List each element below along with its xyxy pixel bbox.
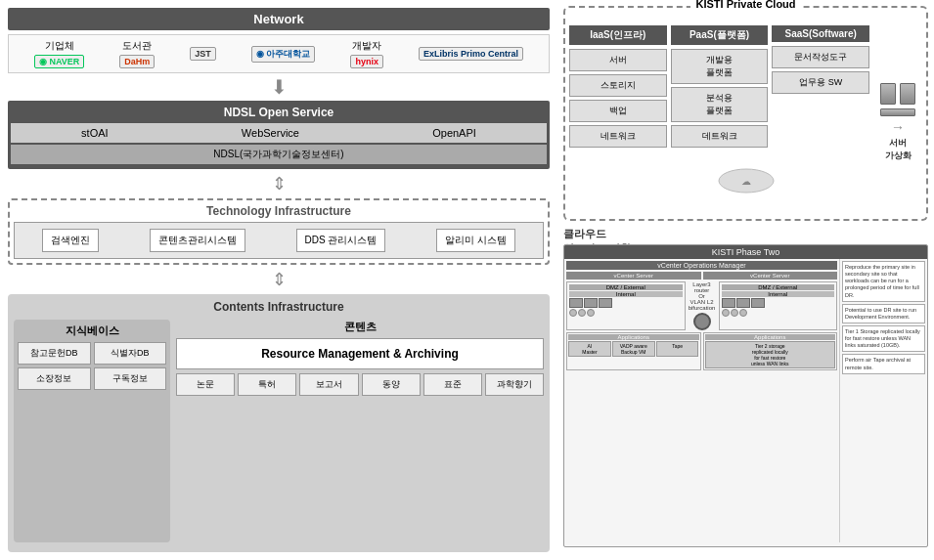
arrow-bi-1: ⇕ xyxy=(8,173,550,194)
virt-label: 서버가상화 xyxy=(885,137,912,162)
ndsl-full-name: NDSL(국가과학기술정보센터) xyxy=(11,145,547,164)
saas-doc-tool: 문서작성도구 xyxy=(772,46,869,68)
tech-item-search: 검색엔진 xyxy=(42,229,99,252)
iaas-items: 서버 스토리지 백업 네트워크 xyxy=(569,49,667,162)
partner-ajou: ◉ 아주대학교 xyxy=(251,46,316,63)
jst-logo: JST xyxy=(190,47,216,61)
network-title: Network xyxy=(253,12,303,26)
kisti-cloud-box: KISTI Private Cloud IaaS(인프라) 서버 스토리지 백업… xyxy=(563,6,928,221)
server-unit xyxy=(736,298,750,308)
disk-unit xyxy=(722,309,730,317)
content-type-science: 과학향기 xyxy=(485,373,544,396)
ndsl-service-box: NDSL Open Service stOAI WebService OpenA… xyxy=(8,101,550,169)
server-rack-3 xyxy=(880,108,915,116)
paas-items: 개발용플랫폼 분석용플랫폼 데트워크 xyxy=(671,49,769,162)
disk-unit xyxy=(731,309,738,317)
phase-two-wrapper: 클라우드인프라로 전환 KISTI Phase Two vCenter Oper… xyxy=(563,227,928,554)
saas-col: SaaS(Software) 문서작성도구 업무용 SW xyxy=(772,25,869,162)
kb-item-id: 식별자DB xyxy=(94,342,167,365)
ndsl-service-items: stOAI WebService OpenAPI xyxy=(11,123,547,143)
kb-item-collection: 소장정보 xyxy=(18,367,91,390)
partner-jst: JST xyxy=(190,47,216,61)
contents-inner: 지식베이스 참고문헌DB 식별자DB 소장정보 구독정보 콘텐츠 Resourc… xyxy=(14,320,544,542)
arrow-bi-2: ⇕ xyxy=(8,269,550,290)
iaas-storage: 스토리지 xyxy=(569,74,667,97)
paas-header: PaaS(플랫폼) xyxy=(671,25,769,45)
contents-infra-title: Contents Infrastructure xyxy=(14,300,544,314)
contents-infra-box: Contents Infrastructure 지식베이스 참고문헌DB 식별자… xyxy=(8,294,550,552)
kb-title: 지식베이스 xyxy=(18,323,166,338)
phase-two-content: vCenter Operations Manager vCenter Serve… xyxy=(564,259,927,542)
note-3: Tier 1 Storage replicated locally for fa… xyxy=(842,325,925,352)
iaas-header: IaaS(인프라) xyxy=(569,25,667,45)
ndsl-item-stoai: stOAI xyxy=(81,127,109,139)
server-unit xyxy=(599,298,612,308)
ndsl-item-openapi: OpenAPI xyxy=(432,127,476,139)
svg-text:☁: ☁ xyxy=(741,176,751,187)
server-unit xyxy=(584,298,598,308)
knowledge-base: 지식베이스 참고문헌DB 식별자DB 소장정보 구독정보 xyxy=(14,320,170,542)
partners-row: 기업체 ◉ NAVER 도서관 DaHm JST ◉ 아주대학교 개발자 hyn… xyxy=(8,34,550,73)
note-1: Reproduce the primary site in secondary … xyxy=(842,261,925,302)
ndsl-item-webservice: WebService xyxy=(242,127,299,139)
disk-unit xyxy=(587,309,595,317)
phase-diagram: vCenter Operations Manager vCenter Serve… xyxy=(564,259,839,542)
partner-dev: 개발자 hynix xyxy=(350,39,383,68)
saas-biz-sw: 업무용 SW xyxy=(772,71,869,94)
note-2: Potential to use DR site to run Developm… xyxy=(842,304,925,323)
tech-infra-title: Technology Infrastructure xyxy=(14,204,544,218)
arrow-down-1: ⬇ xyxy=(8,77,550,97)
left-panel: Network 기업체 ◉ NAVER 도서관 DaHm JST ◉ 아주대학교… xyxy=(0,0,557,560)
phase-two-title: KISTI Phase Two xyxy=(564,245,927,259)
disk-unit xyxy=(569,309,577,317)
paas-dev-platform: 개발용플랫폼 xyxy=(671,49,769,84)
phase-two-box: KISTI Phase Two vCenter Operations Manag… xyxy=(563,244,928,547)
cloud-puff-arrow: ☁ xyxy=(569,166,922,197)
partner-company: 기업체 ◉ NAVER xyxy=(34,39,84,68)
resource-mgmt-box: Resource Management & Archiving xyxy=(176,338,544,369)
content-type-oriental: 동양 xyxy=(362,373,421,396)
naver-logo: ◉ NAVER xyxy=(34,55,84,68)
network-box: Network xyxy=(8,8,550,30)
iaas-server: 서버 xyxy=(569,49,667,71)
contents-right: 콘텐츠 Resource Management & Archiving 논문 특… xyxy=(176,320,544,542)
tech-item-dds: DDS 관리시스템 xyxy=(296,229,386,252)
content-types: 논문 특허 보고서 동양 표준 과학향기 xyxy=(176,373,544,396)
iaas-col: IaaS(인프라) 서버 스토리지 백업 네트워크 xyxy=(569,25,667,162)
tech-item-cms: 콘텐츠관리시스템 xyxy=(150,229,245,252)
content-type-report: 보고서 xyxy=(299,373,358,396)
server-rack-2 xyxy=(900,83,915,105)
kb-grid: 참고문헌DB 식별자DB 소장정보 구독정보 xyxy=(18,342,166,390)
ndsl-service-title: NDSL Open Service xyxy=(11,104,547,121)
hynix-logo: hynix xyxy=(350,55,383,68)
server-unit xyxy=(722,298,735,308)
tech-item-alarm: 알리미 시스템 xyxy=(436,229,515,252)
tech-infra-box: Technology Infrastructure 검색엔진 콘텐츠관리시스템 … xyxy=(8,198,550,265)
server-unit xyxy=(751,298,765,308)
ajou-logo: ◉ 아주대학교 xyxy=(251,46,316,63)
content-type-standard: 표준 xyxy=(423,373,482,396)
right-panel: KISTI Private Cloud IaaS(인프라) 서버 스토리지 백업… xyxy=(557,0,934,560)
exlibris-logo: ExLibris Primo Central xyxy=(419,47,523,61)
tech-infra-items: 검색엔진 콘텐츠관리시스템 DDS 관리시스템 알리미 시스템 xyxy=(14,222,544,259)
content-type-paper: 논문 xyxy=(176,373,235,396)
saas-header: SaaS(Software) xyxy=(772,25,869,42)
disk-unit xyxy=(578,309,586,317)
iaas-backup: 백업 xyxy=(569,100,667,122)
kb-item-subscription: 구독정보 xyxy=(94,367,167,390)
saas-items: 문서작성도구 업무용 SW xyxy=(772,46,869,162)
partner-library: 도서관 DaHm xyxy=(119,39,155,68)
kisti-cloud-title: KISTI Private Cloud xyxy=(689,0,801,10)
server-unit xyxy=(569,298,583,308)
kb-item-ref: 참고문헌DB xyxy=(18,342,91,365)
server-rack-1 xyxy=(880,83,896,105)
partner-exlibris: ExLibris Primo Central xyxy=(419,47,523,61)
note-4: Perform air Tape archival at remote site… xyxy=(842,354,925,373)
paas-col: PaaS(플랫폼) 개발용플랫폼 분석용플랫폼 데트워크 xyxy=(671,25,769,162)
content-type-patent: 특허 xyxy=(238,373,296,396)
disk-unit xyxy=(739,309,747,317)
iaas-network: 네트워크 xyxy=(569,125,667,148)
contents-label: 콘텐츠 xyxy=(176,320,544,334)
notes-panel: Reproduce the primary site in secondary … xyxy=(839,259,927,542)
paas-network: 데트워크 xyxy=(671,125,769,148)
